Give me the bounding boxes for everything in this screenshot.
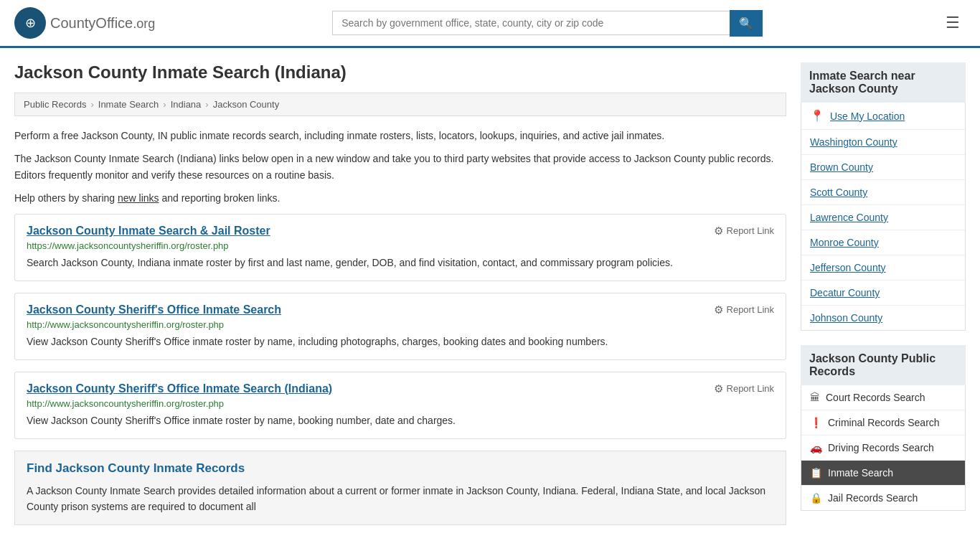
- nearby-item-7[interactable]: Decatur County: [801, 281, 965, 306]
- result-card-0: Jackson County Inmate Search & Jail Rost…: [14, 214, 786, 281]
- sidebar: Inmate Search near Jackson County 📍 Use …: [801, 62, 966, 525]
- report-link-0[interactable]: ⚙ Report Link: [714, 225, 774, 237]
- records-label-2: Driving Records Search: [828, 442, 934, 453]
- records-header: Jackson County Public Records: [801, 345, 966, 385]
- find-section: Find Jackson County Inmate Records A Jac…: [14, 451, 786, 526]
- site-header: ⊕ CountyOffice.org 🔍 ☰: [0, 0, 980, 48]
- nearby-section: Inmate Search near Jackson County 📍 Use …: [801, 62, 966, 331]
- nearby-item-5[interactable]: Monroe County: [801, 230, 965, 255]
- records-icon-3: 📋: [810, 467, 822, 479]
- records-list: 🏛 Court Records Search❗ Criminal Records…: [801, 385, 966, 511]
- nearby-item-8[interactable]: Johnson County: [801, 306, 965, 330]
- intro-paragraph-2: The Jackson County Inmate Search (Indian…: [14, 151, 786, 183]
- breadcrumb-jackson-county: Jackson County: [213, 99, 280, 110]
- nearby-list: 📍 Use My LocationWashington CountyBrown …: [801, 103, 966, 331]
- nearby-link-0[interactable]: Use My Location: [830, 110, 905, 122]
- report-icon-2: ⚙: [714, 382, 723, 395]
- nearby-item-6[interactable]: Jefferson County: [801, 255, 965, 281]
- intro-paragraph-3: Help others by sharing new links and rep…: [14, 190, 786, 206]
- breadcrumb: Public Records › Inmate Search › Indiana…: [14, 93, 786, 116]
- result-title-2[interactable]: Jackson County Sheriff's Office Inmate S…: [27, 382, 332, 395]
- records-label-4: Jail Records Search: [828, 492, 918, 504]
- records-section: Jackson County Public Records 🏛 Court Re…: [801, 345, 966, 511]
- result-url-0[interactable]: https://www.jacksoncountysheriffin.org/r…: [27, 240, 774, 251]
- content-area: Jackson County Inmate Search (Indiana) P…: [14, 62, 786, 525]
- new-links-link[interactable]: new links: [118, 192, 159, 204]
- breadcrumb-inmate-search[interactable]: Inmate Search: [98, 99, 159, 110]
- report-icon-0: ⚙: [714, 225, 723, 237]
- nearby-item-4[interactable]: Lawrence County: [801, 205, 965, 230]
- page-title: Jackson County Inmate Search (Indiana): [14, 62, 786, 83]
- report-link-2[interactable]: ⚙ Report Link: [714, 382, 774, 395]
- nearby-link-1[interactable]: Washington County: [810, 136, 897, 148]
- result-desc-1: View Jackson County Sheriff's Office inm…: [27, 334, 774, 349]
- menu-button[interactable]: ☰: [940, 8, 966, 38]
- records-item-1[interactable]: ❗ Criminal Records Search: [801, 410, 965, 435]
- logo-icon: ⊕: [14, 7, 46, 39]
- report-link-1[interactable]: ⚙ Report Link: [714, 303, 774, 316]
- result-desc-0: Search Jackson County, Indiana inmate ro…: [27, 255, 774, 270]
- location-icon: 📍: [810, 109, 824, 123]
- nearby-link-8[interactable]: Johnson County: [810, 312, 882, 324]
- report-icon-1: ⚙: [714, 303, 723, 316]
- intro-paragraph-1: Perform a free Jackson County, IN public…: [14, 128, 786, 143]
- records-label-0: Court Records Search: [826, 392, 925, 403]
- results-container: Jackson County Inmate Search & Jail Rost…: [14, 214, 786, 439]
- records-icon-0: 🏛: [810, 392, 820, 403]
- records-item-4[interactable]: 🔒 Jail Records Search: [801, 486, 965, 510]
- nearby-link-4[interactable]: Lawrence County: [810, 212, 888, 223]
- nearby-link-7[interactable]: Decatur County: [810, 287, 880, 298]
- records-label-3: Inmate Search: [828, 467, 893, 479]
- records-icon-4: 🔒: [810, 492, 822, 504]
- nearby-link-2[interactable]: Brown County: [810, 161, 873, 173]
- breadcrumb-public-records[interactable]: Public Records: [24, 99, 86, 110]
- result-desc-2: View Jackson County Sheriff's Office inm…: [27, 413, 774, 428]
- search-input[interactable]: [332, 11, 730, 35]
- nearby-link-5[interactable]: Monroe County: [810, 237, 879, 248]
- records-label-1: Criminal Records Search: [828, 417, 940, 428]
- find-title: Find Jackson County Inmate Records: [27, 461, 774, 476]
- result-url-2[interactable]: http://www.jacksoncountysheriffin.org/ro…: [27, 398, 774, 409]
- records-icon-1: ❗: [810, 417, 822, 428]
- result-title-0[interactable]: Jackson County Inmate Search & Jail Rost…: [27, 225, 270, 237]
- result-title-1[interactable]: Jackson County Sheriff's Office Inmate S…: [27, 303, 281, 316]
- nearby-link-3[interactable]: Scott County: [810, 187, 867, 198]
- result-card-2: Jackson County Sheriff's Office Inmate S…: [14, 372, 786, 439]
- records-item-2[interactable]: 🚗 Driving Records Search: [801, 435, 965, 461]
- result-url-1[interactable]: http://www.jacksoncountysheriffin.org/ro…: [27, 319, 774, 330]
- result-card-1: Jackson County Sheriff's Office Inmate S…: [14, 293, 786, 360]
- nearby-item-3[interactable]: Scott County: [801, 180, 965, 205]
- find-text: A Jackson County Inmate Search provides …: [27, 483, 774, 515]
- nearby-link-6[interactable]: Jefferson County: [810, 262, 886, 273]
- nearby-item-2[interactable]: Brown County: [801, 155, 965, 180]
- logo-area[interactable]: ⊕ CountyOffice.org: [14, 7, 155, 39]
- records-item-3[interactable]: 📋 Inmate Search: [801, 461, 965, 486]
- records-item-0[interactable]: 🏛 Court Records Search: [801, 385, 965, 410]
- breadcrumb-indiana[interactable]: Indiana: [171, 99, 202, 110]
- search-area: 🔍: [332, 10, 763, 37]
- search-button[interactable]: 🔍: [730, 10, 763, 37]
- records-icon-2: 🚗: [810, 442, 822, 453]
- nearby-item-1[interactable]: Washington County: [801, 130, 965, 155]
- nearby-item-0[interactable]: 📍 Use My Location: [801, 103, 965, 130]
- main-wrapper: Jackson County Inmate Search (Indiana) P…: [0, 48, 980, 540]
- nearby-header: Inmate Search near Jackson County: [801, 62, 966, 103]
- logo-text: CountyOffice.org: [50, 15, 155, 32]
